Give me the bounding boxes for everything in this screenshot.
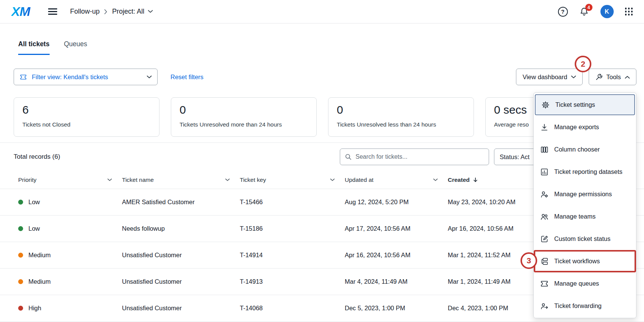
breadcrumb: Follow-up Project: All (70, 8, 153, 16)
hamburger-menu-icon[interactable] (48, 8, 57, 15)
view-dashboard-label: View dashboard (522, 73, 567, 81)
chevron-down-icon (571, 75, 576, 79)
menu-item-ticket-forwarding[interactable]: Ticket forwarding (534, 295, 636, 317)
priority-dot (18, 226, 23, 231)
menu-item-label: Ticket forwarding (554, 302, 602, 309)
menu-item-label: Ticket workflows (554, 258, 600, 265)
menu-item-label: Manage queues (554, 280, 599, 287)
chevron-down-icon (433, 178, 438, 181)
menu-item-manage-teams[interactable]: Manage teams (534, 205, 636, 228)
topbar-actions: ? 4 K (558, 5, 633, 18)
column-label: Created (448, 177, 470, 183)
column-header-updated-at[interactable]: Updated at (345, 177, 448, 183)
stat-label: Tickets Unresolved less than 24 hours (337, 121, 465, 128)
chevron-down-icon (148, 10, 153, 13)
menu-item-label: Manage exports (554, 123, 599, 131)
priority-label: Low (28, 225, 40, 232)
column-label: Ticket name (122, 177, 154, 183)
chevron-down-icon (147, 75, 152, 79)
tab-all-tickets[interactable]: All tickets (18, 40, 50, 55)
menu-item-ticket-workflows[interactable]: Ticket workflows (534, 250, 636, 272)
column-header-priority[interactable]: Priority (18, 177, 122, 183)
breadcrumb-project[interactable]: Project: All (112, 8, 153, 16)
help-icon[interactable]: ? (558, 7, 568, 17)
menu-item-column-chooser[interactable]: Column chooser (534, 138, 636, 161)
avatar[interactable]: K (600, 5, 614, 18)
menu-item-ticket-settings[interactable]: Ticket settings (535, 94, 635, 115)
chevron-down-icon (107, 178, 112, 181)
column-label: Priority (18, 177, 36, 183)
tools-button[interactable]: Tools (589, 69, 636, 85)
priority-dot (18, 253, 23, 258)
priority-label: High (28, 305, 41, 312)
view-dashboard-button[interactable]: View dashboard (516, 69, 583, 85)
status-filter-label: Status: Act (500, 153, 530, 161)
menu-item-label: Ticket settings (555, 101, 595, 108)
chevron-down-icon (330, 178, 335, 181)
ticket-name: Needs followup (122, 225, 240, 232)
ticket-key: T-14913 (240, 278, 345, 285)
annotation-step-2: 2 (575, 56, 591, 72)
bar-chart-icon (540, 168, 549, 176)
gear-icon (541, 101, 550, 109)
priority-label: Medium (28, 252, 51, 259)
ticket-icon (19, 73, 27, 81)
stat-value: 0 (180, 103, 308, 116)
ticket-key: T-15186 (240, 225, 345, 232)
updated-at: Mar 4, 2024, 11:49 AM (345, 278, 448, 285)
xm-logo[interactable]: XM (11, 4, 33, 19)
stat-card-not-closed: 6 Tickets not Closed (14, 97, 159, 137)
edit-icon (540, 235, 549, 243)
notification-badge: 4 (585, 4, 592, 11)
menu-item-manage-queues[interactable]: Manage queues (534, 272, 636, 295)
tools-menu: Ticket settings Manage exports Column ch… (533, 92, 636, 318)
search-input[interactable] (355, 153, 484, 160)
annotation-step-3: 3 (521, 252, 537, 269)
workflow-icon (540, 257, 549, 266)
updated-at: Apr 16, 2024, 10:56 AM (345, 252, 448, 259)
ticket-key: T-15466 (240, 199, 345, 206)
tab-queues[interactable]: Queues (64, 40, 87, 55)
column-header-ticket-name[interactable]: Ticket name (122, 177, 240, 183)
person-gear-icon (540, 190, 549, 199)
column-label: Ticket key (240, 177, 266, 183)
menu-item-ticket-reporting-datasets[interactable]: Ticket reporting datasets (534, 161, 636, 183)
priority-label: Medium (28, 278, 51, 285)
column-header-ticket-key[interactable]: Ticket key (240, 177, 345, 183)
ticket-name: Unsatisfied Customer (122, 305, 240, 312)
breadcrumb-followup[interactable]: Follow-up (70, 8, 100, 16)
filter-view-dropdown[interactable]: Filter view: Kendall's tickets (14, 69, 158, 85)
sort-desc-icon (473, 177, 478, 183)
app-grid-icon[interactable] (625, 8, 633, 16)
search-icon (345, 153, 352, 161)
ticket-icon (540, 280, 549, 288)
menu-item-manage-permissions[interactable]: Manage permissions (534, 183, 636, 205)
ticket-key: T-14068 (240, 305, 345, 312)
menu-item-custom-ticket-status[interactable]: Custom ticket status (534, 228, 636, 250)
download-icon (540, 123, 549, 131)
notifications-button[interactable]: 4 (579, 7, 589, 16)
menu-item-label: Manage permissions (554, 191, 612, 198)
filter-view-label: Filter view: Kendall's tickets (32, 73, 142, 81)
filter-bar: Filter view: Kendall's tickets Reset fil… (0, 69, 644, 85)
wrench-icon (595, 73, 602, 81)
priority-dot (18, 279, 23, 284)
forward-arrow-icon (540, 302, 549, 310)
topbar: XM Follow-up Project: All ? 4 K (0, 0, 644, 23)
stat-label: Tickets not Closed (22, 121, 151, 128)
priority-label: Low (28, 199, 40, 206)
menu-item-label: Ticket reporting datasets (554, 168, 622, 175)
tab-bar: All tickets Queues (0, 40, 644, 55)
chevron-down-icon (225, 178, 230, 181)
ticket-key: T-14914 (240, 252, 345, 259)
chevron-up-icon (625, 75, 630, 79)
breadcrumb-project-label: Project: All (112, 8, 144, 16)
menu-item-label: Column chooser (554, 146, 600, 153)
menu-item-label: Custom ticket status (554, 235, 611, 242)
priority-dot (18, 306, 23, 311)
search-box (340, 148, 489, 165)
reset-filters-link[interactable]: Reset filters (170, 73, 203, 81)
menu-item-manage-exports[interactable]: Manage exports (534, 116, 636, 138)
menu-item-label: Manage teams (554, 213, 596, 220)
stat-label: Tickets Unresolved more than 24 hours (180, 121, 308, 128)
